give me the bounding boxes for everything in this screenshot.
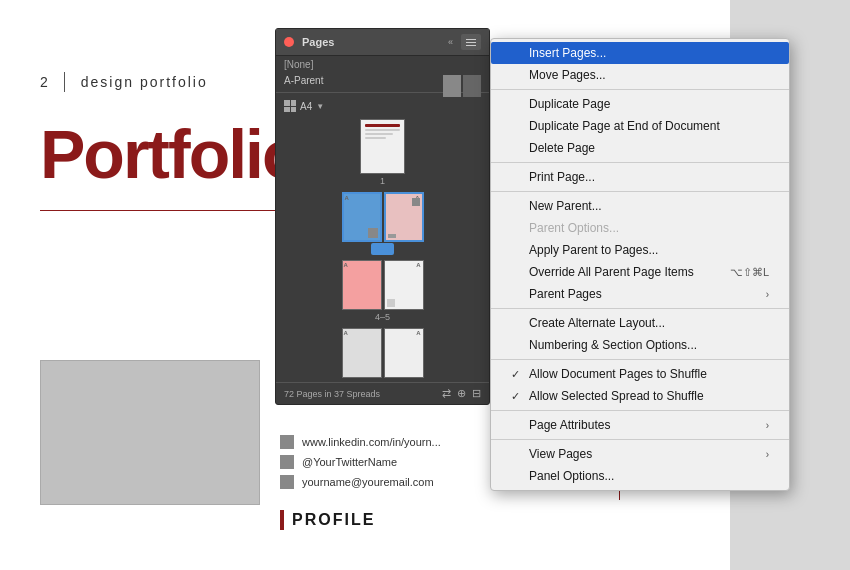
page-header-divider (64, 72, 65, 92)
panel-footer: 72 Pages in 37 Spreads ⇄ ⊕ ⊟ (276, 382, 489, 404)
contact-twitter: @YourTwitterName (280, 455, 441, 469)
menu-item-move-pages[interactable]: Move Pages... (491, 64, 789, 86)
menu-label-allow-doc-shuffle: Allow Document Pages to Shuffle (529, 367, 707, 381)
thumb-page-5[interactable]: A (384, 260, 424, 310)
menu-item-view-pages[interactable]: View Pages› (491, 443, 789, 465)
menu-item-allow-doc-shuffle[interactable]: ✓Allow Document Pages to Shuffle (491, 363, 789, 385)
thumb-page-1[interactable] (360, 119, 405, 174)
menu-label-insert-pages: Insert Pages... (529, 46, 606, 60)
panel-size-row: A4 ▼ (276, 97, 489, 115)
menu-label-parent-pages: Parent Pages (529, 287, 602, 301)
thumb-page-2[interactable]: A (342, 192, 382, 242)
menu-item-override-parent[interactable]: Override All Parent Page Items⌥⇧⌘L (491, 261, 789, 283)
menu-item-create-alternate[interactable]: Create Alternate Layout... (491, 312, 789, 334)
menu-item-content-parent-pages: Parent Pages (511, 287, 766, 301)
menu-item-parent-pages[interactable]: Parent Pages› (491, 283, 789, 305)
panel-parent-label: A-Parent (276, 73, 489, 88)
menu-item-content-panel-options: Panel Options... (511, 469, 769, 483)
menu-item-insert-pages[interactable]: Insert Pages... (491, 42, 789, 64)
email-icon (280, 475, 294, 489)
menu-checkmark-allow-doc-shuffle: ✓ (511, 368, 525, 381)
pages-delete-icon[interactable]: ⊟ (472, 387, 481, 400)
menu-label-override-parent: Override All Parent Page Items (529, 265, 694, 279)
menu-item-new-parent[interactable]: New Parent... (491, 195, 789, 217)
menu-item-print-page[interactable]: Print Page... (491, 166, 789, 188)
menu-item-content-override-parent: Override All Parent Page Items (511, 265, 710, 279)
menu-item-content-allow-doc-shuffle: ✓Allow Document Pages to Shuffle (511, 367, 769, 381)
panel-title-left: Pages (284, 36, 334, 48)
profile-label: PROFILE (280, 510, 375, 530)
menu-separator-separator-6 (491, 410, 789, 411)
thumb-row-2-3: A A 2–3 (284, 192, 481, 254)
menu-item-apply-parent[interactable]: Apply Parent to Pages... (491, 239, 789, 261)
panel-footer-text: 72 Pages in 37 Spreads (284, 389, 380, 399)
page-number: 2 (40, 74, 48, 90)
pages-thumbnails: 1 A A 2–3 (276, 115, 489, 382)
panel-title: Pages (302, 36, 334, 48)
menu-checkmark-allow-spread-shuffle: ✓ (511, 390, 525, 403)
profile-text: PROFILE (292, 511, 375, 529)
menu-item-numbering-section[interactable]: Numbering & Section Options... (491, 334, 789, 356)
panel-footer-icons: ⇄ ⊕ ⊟ (442, 387, 481, 400)
menu-label-numbering-section: Numbering & Section Options... (529, 338, 697, 352)
panel-collapse-button[interactable]: « (444, 37, 457, 47)
menu-item-duplicate-page[interactable]: Duplicate Page (491, 93, 789, 115)
thumb-page-pair-4-5[interactable]: A A (342, 260, 424, 310)
menu-label-allow-spread-shuffle: Allow Selected Spread to Shuffle (529, 389, 704, 403)
page-subtitle: design portfolio (81, 74, 208, 90)
menu-separator-separator-5 (491, 359, 789, 360)
thumb-page-pair-extra[interactable]: A A (342, 328, 424, 378)
linkedin-text: www.linkedin.com/in/yourn... (302, 436, 441, 448)
menu-item-content-duplicate-end: Duplicate Page at End of Document (511, 119, 769, 133)
content-placeholder (40, 360, 260, 505)
thumb-page-pair-2-3[interactable]: A A (342, 192, 424, 242)
context-menu: Insert Pages...Move Pages...Duplicate Pa… (490, 38, 790, 491)
menu-label-delete-page: Delete Page (529, 141, 595, 155)
menu-label-print-page: Print Page... (529, 170, 595, 184)
thumb-page-extra2[interactable]: A (384, 328, 424, 378)
thumb-page-4[interactable]: A (342, 260, 382, 310)
thumb-item-4-5[interactable]: A A 4–5 (342, 260, 424, 322)
menu-label-panel-options: Panel Options... (529, 469, 614, 483)
grid-view-icon[interactable] (284, 100, 296, 112)
panel-close-button[interactable] (284, 37, 294, 47)
panel-size-label: A4 (300, 101, 312, 112)
panel-menu-button[interactable] (461, 34, 481, 50)
size-dropdown-arrow[interactable]: ▼ (316, 102, 324, 111)
thumb-row-extra: A A (284, 328, 481, 378)
panel-titlebar: Pages « (276, 29, 489, 56)
thumb-item-1[interactable]: 1 (360, 119, 405, 186)
pages-add-icon[interactable]: ⊕ (457, 387, 466, 400)
pages-sync-icon[interactable]: ⇄ (442, 387, 451, 400)
menu-item-content-print-page: Print Page... (511, 170, 769, 184)
menu-item-content-move-pages: Move Pages... (511, 68, 769, 82)
contact-info: www.linkedin.com/in/yourn... @YourTwitte… (280, 435, 441, 495)
pages-panel: Pages « [None] A-Parent A4 ▼ (275, 28, 490, 405)
menu-label-parent-options: Parent Options... (529, 221, 619, 235)
menu-separator-separator-2 (491, 162, 789, 163)
menu-item-content-page-attributes: Page Attributes (511, 418, 766, 432)
menu-item-allow-spread-shuffle[interactable]: ✓Allow Selected Spread to Shuffle (491, 385, 789, 407)
thumb-page-3[interactable]: A (384, 192, 424, 242)
portfolio-title: Portfolio (40, 120, 302, 188)
profile-bar-icon (280, 510, 284, 530)
menu-item-content-create-alternate: Create Alternate Layout... (511, 316, 769, 330)
menu-item-content-numbering-section: Numbering & Section Options... (511, 338, 769, 352)
menu-separator-separator-1 (491, 89, 789, 90)
menu-item-panel-options[interactable]: Panel Options... (491, 465, 789, 487)
menu-item-page-attributes[interactable]: Page Attributes› (491, 414, 789, 436)
menu-item-content-insert-pages: Insert Pages... (511, 46, 769, 60)
menu-item-duplicate-end[interactable]: Duplicate Page at End of Document (491, 115, 789, 137)
thumb-item-2-3[interactable]: A A 2–3 (342, 192, 424, 254)
menu-item-content-allow-spread-shuffle: ✓Allow Selected Spread to Shuffle (511, 389, 769, 403)
menu-separator-separator-7 (491, 439, 789, 440)
menu-item-delete-page[interactable]: Delete Page (491, 137, 789, 159)
profile-section: PROFILE (280, 510, 375, 530)
menu-separator-separator-3 (491, 191, 789, 192)
linkedin-icon (280, 435, 294, 449)
thumb-page-extra1[interactable]: A (342, 328, 382, 378)
twitter-icon (280, 455, 294, 469)
panel-none-label: [None] (276, 56, 489, 73)
thumb-item-extra[interactable]: A A (342, 328, 424, 378)
menu-arrow-page-attributes: › (766, 420, 769, 431)
